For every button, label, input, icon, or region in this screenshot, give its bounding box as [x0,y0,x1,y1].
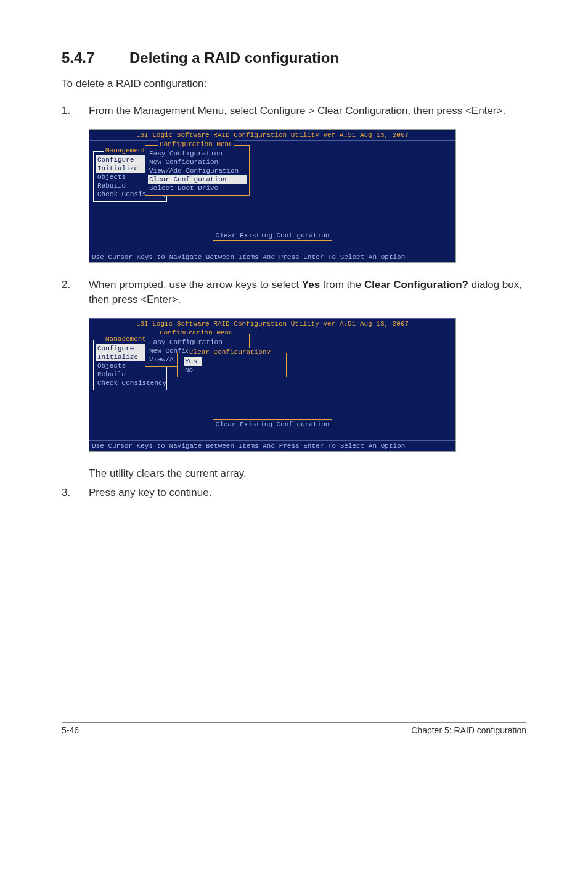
step-text: When prompted, use the arrow keys to sel… [89,278,526,308]
step-number: 1. [62,104,89,119]
step-number: 3. [62,485,89,501]
mgmt-item-check[interactable]: Check Consistency [96,379,164,387]
step-text: Press any key to continue. [89,485,526,501]
step-2: 2. When prompted, use the arrow keys to … [62,278,526,308]
bios-footer: Use Cursor Keys to Navigate Between Item… [89,252,455,262]
cfg-item-easy[interactable]: Easy Configuration [148,338,247,347]
mgmt-menu-label: Management [104,335,147,344]
cfg-item-clear[interactable]: Clear Configuration [148,175,247,184]
dialog-option-no[interactable]: No [184,366,202,374]
step-1: 1. From the Management Menu, select Conf… [62,104,526,119]
cfg-item-boot[interactable]: Select Boot Drive [148,184,247,192]
dialog-title: Clear Configuration? [188,348,272,357]
intro-text: To delete a RAID configuration: [62,78,526,90]
bios-prompt: Clear Existing Configuration [213,419,333,429]
bios-screenshot-1: LSI Logic Software RAID Configuration Ut… [89,129,456,263]
bios-footer: Use Cursor Keys to Navigate Between Item… [89,440,455,451]
step-number: 2. [62,278,89,308]
footer-chapter: Chapter 5: RAID configuration [411,725,526,735]
mgmt-item-rebuild[interactable]: Rebuild [96,370,164,379]
step-text: From the Management Menu, select Configu… [89,104,526,119]
cfg-item-view[interactable]: View/Add Configuration [148,167,247,175]
bios-title-bar: LSI Logic Software RAID Configuration Ut… [89,318,455,329]
bios-screenshot-2: LSI Logic Software RAID Configuration Ut… [89,318,456,452]
step-3: 3. Press any key to continue. [62,485,526,501]
cfg-item-new[interactable]: New Configuration [148,158,247,167]
section-number: 5.4.7 [62,49,129,67]
section-heading: 5.4.7Deleting a RAID configuration [62,49,526,67]
cfg-item-view[interactable]: View/A [148,355,178,364]
dialog-option-yes[interactable]: Yes [184,357,202,366]
footer-page-number: 5-46 [62,725,79,735]
bios-prompt: Clear Existing Configuration [213,231,333,241]
bios-title-bar: LSI Logic Software RAID Configuration Ut… [89,130,455,141]
step-text: The utility clears the current array. [89,466,526,482]
cfg-item-easy[interactable]: Easy Configuration [148,149,247,158]
step-2-continued: The utility clears the current array. [62,466,526,482]
cfg-menu: Easy Configuration New Configuration Vie… [145,145,250,196]
dialog-box: Yes No [177,353,287,377]
section-title: Deleting a RAID configuration [129,49,339,66]
cfg-menu-label: Configuration Menu [158,140,234,149]
mgmt-menu-label: Management [104,146,147,155]
page-footer: 5-46 Chapter 5: RAID configuration [62,722,526,735]
